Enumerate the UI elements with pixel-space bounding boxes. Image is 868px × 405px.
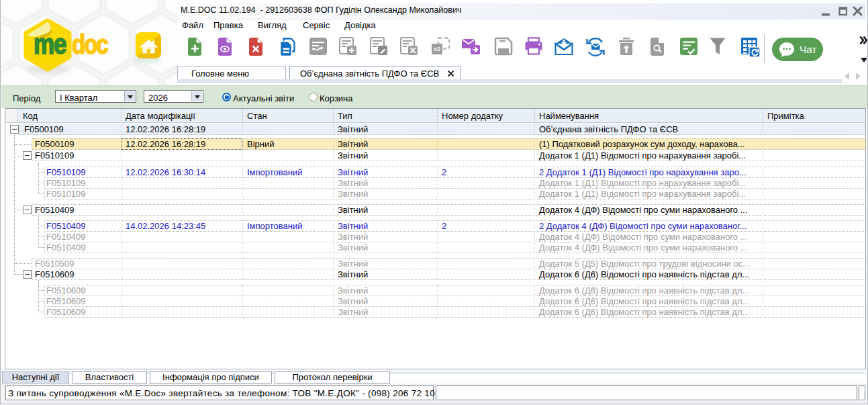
svg-text:doc: doc [72, 30, 108, 60]
svg-text:x2: x2 [434, 46, 440, 52]
svg-text:me: me [34, 28, 66, 60]
